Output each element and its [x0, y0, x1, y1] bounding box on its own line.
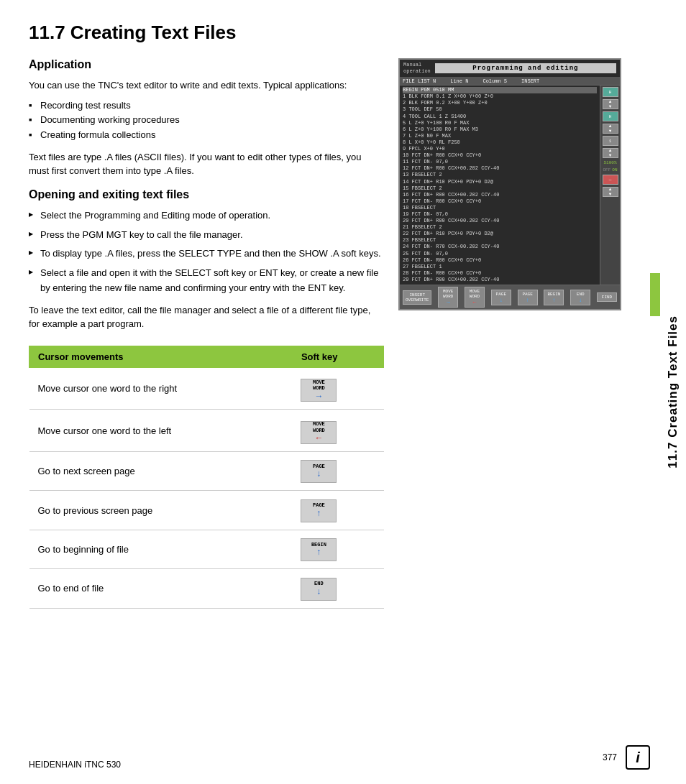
- cursor-softkey-4: BEGIN↑: [292, 530, 383, 568]
- screen-body: BEGIN PGM 0510 MM1 BLK FORM 0.1 Z X+00 Y…: [400, 86, 620, 285]
- screen-mockup: Manual operation Programming and editing…: [398, 58, 621, 310]
- code-line-4: 4 TOOL CALL 1 Z S1400: [403, 114, 597, 120]
- table-row-3: Go to previous screen pagePAGE↑: [29, 491, 384, 530]
- softkey-arrow-0: →: [316, 392, 321, 402]
- opening-heading: Opening and exiting text files: [29, 188, 384, 201]
- page-footer: HEIDENHAIN iTNC 530 377 i: [29, 745, 650, 770]
- table-row-2: Go to next screen pagePAGE↓: [29, 452, 384, 491]
- softkey-label-3: PAGE: [313, 502, 325, 508]
- screen-label-s100: S100%: [603, 160, 616, 165]
- code-line-11: 11 FCT DN- 07,0: [403, 159, 597, 165]
- code-line-5: 5 L Z+0 Y+100 R0 F MAX: [403, 120, 597, 126]
- code-line-23: 23 FBSELECT: [403, 237, 597, 244]
- sk-page-down: PAGE ↓: [491, 290, 511, 305]
- screen-code: BEGIN PGM 0510 MM1 BLK FORM 0.1 Z X+00 Y…: [400, 86, 600, 285]
- sidebar-title: 11.7 Creating Text Files: [666, 315, 680, 469]
- cursor-desc-2: Go to next screen page: [29, 452, 293, 491]
- code-line-28: 28 FCT DN- R00 CCX+0 CCY+0: [403, 270, 597, 277]
- code-line-1: 1 BLK FORM 0.1 Z X+00 Y+00 Z+0: [403, 93, 597, 100]
- screen-toolbar: FILE LIST N Line N Column S INSERT: [400, 78, 620, 86]
- softkey-img-2: PAGE↓: [301, 460, 337, 483]
- screen-onoff: OFFON: [603, 167, 617, 172]
- step-1: Select the Programming and Editing mode …: [29, 208, 384, 223]
- cursor-softkey-2: PAGE↓: [292, 452, 383, 491]
- sk-move-left: MOVE WORD ←: [465, 287, 485, 308]
- table-row-0: Move cursor one word to the rightMOVEWOR…: [29, 367, 384, 410]
- screen-btn-2: ▲▼: [603, 99, 618, 109]
- opening-steps: Select the Programming and Editing mode …: [29, 208, 384, 296]
- code-line-2: 2 BLK FORM 0.2 X+00 Y+00 Z+0: [403, 100, 597, 106]
- cursor-table: Cursor movements Soft key Move cursor on…: [29, 346, 384, 609]
- cursor-desc-0: Move cursor one word to the right: [29, 367, 293, 410]
- code-line-6: 6 L Z+0 Y+100 R0 F MAX M3: [403, 126, 597, 133]
- code-line-7: 7 L Z+0 N0 F MAX: [403, 133, 597, 139]
- step-2: Press the PGM MGT key to call the file m…: [29, 228, 384, 243]
- green-accent-bar: [650, 273, 660, 316]
- softkey-label-4: BEGIN: [311, 542, 326, 548]
- screen-mode-title: Programming and editing: [435, 63, 616, 73]
- col2-header: Soft key: [292, 346, 383, 367]
- two-col-layout: Application You can use the TNC's text e…: [29, 58, 621, 609]
- code-line-24: 24 FCT DN- R70 CCX-00.202 CCY-40: [403, 244, 597, 250]
- table-row-1: Move cursor one word to the leftMOVEWORD…: [29, 410, 384, 452]
- code-line-0: BEGIN PGM 0510 MM: [403, 87, 597, 93]
- cursor-desc-4: Go to beginning of file: [29, 530, 293, 568]
- screen-btn-5: 1: [603, 136, 618, 146]
- code-line-20: 20 FCT DN+ R00 CCX+00.202 CCY-40: [403, 218, 597, 224]
- code-line-26: 26 FCT DN- R00 CCX+0 CCY+0: [403, 257, 597, 264]
- opening-note: To leave the text editor, call the file …: [29, 303, 384, 331]
- sk-begin: BEGIN ↑: [544, 290, 564, 305]
- code-line-9: 9 FPCL X+0 Y+0: [403, 146, 597, 152]
- code-line-12: 12 FCT DN+ R00 CCX+00.202 CCY-40: [403, 165, 597, 172]
- cursor-softkey-1: MOVEWORD←: [292, 410, 383, 452]
- sidebar: 11.7 Creating Text Files: [660, 0, 686, 784]
- softkey-img-4: BEGIN↑: [301, 538, 337, 561]
- sk-move-right: MOVE WORD →: [438, 287, 458, 308]
- sk-insert: INSERT OVERWRITE: [403, 290, 431, 305]
- col1-header: Cursor movements: [29, 346, 293, 367]
- code-line-8: 8 L X+0 Y+0 RL F250: [403, 139, 597, 146]
- cursor-softkey-0: MOVEWORD→: [292, 367, 383, 410]
- cursor-desc-5: Go to end of file: [29, 569, 293, 608]
- opening-section: Opening and exiting text files Select th…: [29, 188, 384, 331]
- toolbar-col: Column S: [483, 78, 507, 84]
- code-line-19: 19 FCT DN- 07,0: [403, 211, 597, 218]
- code-line-15: 15 FBSELECT 2: [403, 185, 597, 192]
- softkey-label-5: END: [314, 581, 324, 586]
- application-heading: Application: [29, 58, 384, 71]
- table-row-5: Go to end of fileEND↓: [29, 569, 384, 608]
- step-3: To display type .A files, press the SELE…: [29, 246, 384, 262]
- screen-mode-label: Manual operation: [403, 62, 431, 75]
- cursor-softkey-3: PAGE↑: [292, 491, 383, 530]
- footer-page: 377: [603, 752, 617, 762]
- sk-end: END ↓: [570, 290, 590, 305]
- code-line-3: 3 TOOL DEF 50: [403, 106, 597, 113]
- sk-find: FIND: [597, 292, 617, 302]
- code-line-10: 10 FCT DN+ R00 CCX+0 CCY+0: [403, 152, 597, 159]
- code-line-22: 22 FCT DN+ R10 PCX+0 PDY+0 D2@: [403, 231, 597, 237]
- cursor-desc-3: Go to previous screen page: [29, 491, 293, 530]
- screen-right-panel: H ▲▼ H ▲▼ 1 ▲▼ S100% OFFON — ▲▼: [600, 86, 620, 285]
- cursor-desc-1: Move cursor one word to the left: [29, 410, 293, 452]
- code-line-25: 25 FCT DN- 07,0: [403, 251, 597, 257]
- right-column: Manual operation Programming and editing…: [398, 58, 621, 609]
- bullet-3: Creating formula collections: [29, 128, 384, 143]
- softkey-img-1: MOVEWORD←: [301, 421, 337, 444]
- main-content: 11.7 Creating Text Files Application You…: [29, 22, 621, 609]
- softkey-arrow-1: ←: [316, 433, 321, 443]
- softkey-label-1: MOVEWORD: [313, 421, 325, 433]
- screen-btn-6: ▲▼: [603, 148, 618, 158]
- screen-btn-7: —: [603, 175, 618, 185]
- softkey-img-0: MOVEWORD→: [301, 379, 337, 402]
- code-line-21: 21 FBSELECT 2: [403, 224, 597, 231]
- cursor-softkey-5: END↓: [292, 569, 383, 608]
- code-line-14: 14 FCT DN+ R10 PCX+0 PDY+0 D2@: [403, 179, 597, 185]
- left-column: Application You can use the TNC's text e…: [29, 58, 384, 609]
- softkey-label-2: PAGE: [313, 464, 325, 469]
- screen-softkeys: INSERT OVERWRITE MOVE WORD → MOVE WORD ←: [400, 285, 620, 309]
- screen-btn-3: H: [603, 111, 618, 121]
- application-section: Application You can use the TNC's text e…: [29, 58, 384, 178]
- code-line-13: 13 FBSELECT 2: [403, 172, 597, 178]
- info-icon: i: [626, 745, 650, 770]
- page-title: 11.7 Creating Text Files: [29, 22, 621, 44]
